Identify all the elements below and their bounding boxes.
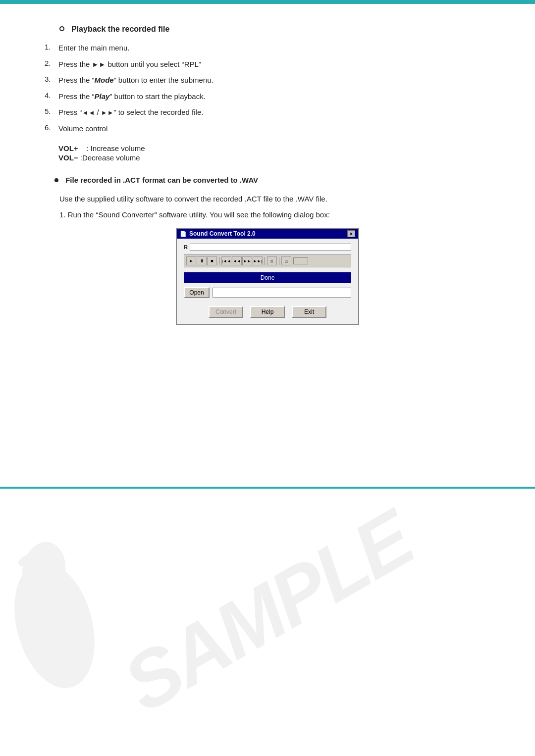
fast-forward-button[interactable]: ►► xyxy=(242,256,252,265)
open-row: Open xyxy=(184,287,351,298)
dialog-app-icon: 📄 xyxy=(180,231,187,237)
vol-plus-line: VOL+ : Increase volume xyxy=(58,144,505,152)
step-3: 3. Press the “Mode” button to enter the … xyxy=(30,75,505,86)
svg-point-0 xyxy=(1,553,107,697)
step-1-text: Enter the main menu. xyxy=(58,43,129,54)
svg-point-2 xyxy=(17,552,39,569)
separator-3 xyxy=(279,257,279,265)
content: Playback the recorded file 1. Enter the … xyxy=(30,25,505,325)
bullet-circle-icon xyxy=(59,26,64,31)
dialog-wrapper: 📄 Sound Convert Tool 2.0 × R ► ⏸ xyxy=(30,228,505,325)
ff-icon: ►► xyxy=(92,60,106,68)
step-4: 4. Press the “Play” button to start the … xyxy=(30,91,505,102)
step-6: 6. Volume control xyxy=(30,123,505,135)
step-1-num: 1. xyxy=(45,43,58,51)
dialog-close-button[interactable]: × xyxy=(347,230,355,237)
watermark-bird-icon xyxy=(0,528,109,716)
description-line1: Use the supplied utility software to con… xyxy=(30,193,505,205)
volume-button[interactable]: ♫ xyxy=(281,256,291,265)
description-line2: 1. Run the “Sound Converter” software ut… xyxy=(30,209,505,221)
rewind-button[interactable]: ◄◄ xyxy=(232,256,242,265)
convert-button[interactable]: Convert xyxy=(209,306,243,318)
dialog-titlebar: 📄 Sound Convert Tool 2.0 × xyxy=(177,229,358,239)
open-button[interactable]: Open xyxy=(184,287,210,298)
vol-minus-label: VOL− xyxy=(58,153,78,162)
page-wrapper: Playback the recorded file 1. Enter the … xyxy=(0,0,535,756)
done-bar: Done xyxy=(184,272,351,283)
step-4-num: 4. xyxy=(45,91,58,100)
step-5: 5. Press “◄◄ / ►►” to select the recorde… xyxy=(30,107,505,118)
stop-button[interactable]: ■ xyxy=(207,256,217,265)
step-2-text: Press the ►► button until you select “RP… xyxy=(58,59,201,70)
step-5-text: Press “◄◄ / ►►” to select the recorded f… xyxy=(58,107,203,118)
bullet-dot-icon xyxy=(54,178,58,182)
dialog-title-area: 📄 Sound Convert Tool 2.0 xyxy=(180,230,256,237)
step-6-text: Volume control xyxy=(58,123,107,135)
vol-plus-label: VOL+ xyxy=(58,144,78,152)
file-path-field[interactable] xyxy=(213,288,351,298)
separator-2 xyxy=(265,257,265,265)
separator-1 xyxy=(219,257,219,265)
watermark: SAMPLE xyxy=(0,566,535,657)
exit-button[interactable]: Exit xyxy=(292,306,326,318)
sound-convert-dialog: 📄 Sound Convert Tool 2.0 × R ► ⏸ xyxy=(176,228,359,325)
volume-slider[interactable] xyxy=(293,257,308,264)
help-button[interactable]: Help xyxy=(250,306,285,318)
step-2-num: 2. xyxy=(45,59,58,67)
vol-minus-line: VOL− :Decrease volume xyxy=(58,153,505,162)
step-6-num: 6. xyxy=(45,123,58,132)
watermark-text: SAMPLE xyxy=(108,493,427,730)
bottom-buttons-row: Convert Help Exit xyxy=(184,304,351,318)
playback-heading-row: Playback the recorded file xyxy=(30,25,505,34)
step-1: 1. Enter the main menu. xyxy=(30,43,505,54)
top-bar xyxy=(0,0,535,4)
volume-section: VOL+ : Increase volume VOL− :Decrease vo… xyxy=(30,144,505,162)
seek-bar[interactable] xyxy=(190,244,351,251)
step-3-text: Press the “Mode” button to enter the sub… xyxy=(58,75,214,86)
transport-row: ► ⏸ ■ |◄◄ ◄◄ ►► ►►| ≡ ♫ xyxy=(184,254,351,267)
seek-row: R xyxy=(184,244,351,251)
skip-forward-button[interactable]: ►►| xyxy=(253,256,263,265)
file-bullet-section: File recorded in .ACT format can be conv… xyxy=(30,176,505,184)
playlist-button[interactable]: ≡ xyxy=(267,256,277,265)
svg-point-1 xyxy=(17,539,70,605)
seek-label: R xyxy=(184,244,188,250)
step-5-num: 5. xyxy=(45,107,58,115)
bottom-bar xyxy=(0,487,535,489)
pause-button[interactable]: ⏸ xyxy=(197,256,207,265)
step-3-num: 3. xyxy=(45,75,58,83)
dialog-body: R ► ⏸ ■ |◄◄ ◄◄ ►► ►►| ≡ xyxy=(177,239,358,324)
file-bullet-text: File recorded in .ACT format can be conv… xyxy=(65,176,258,184)
step-2: 2. Press the ►► button until you select … xyxy=(30,59,505,70)
steps-list: 1. Enter the main menu. 2. Press the ►► … xyxy=(30,43,505,134)
skip-back-button[interactable]: |◄◄ xyxy=(221,256,231,265)
play-button[interactable]: ► xyxy=(186,256,196,265)
step-4-text: Press the “Play” button to start the pla… xyxy=(58,91,206,102)
playback-heading-text: Playback the recorded file xyxy=(71,25,169,34)
dialog-title-text: Sound Convert Tool 2.0 xyxy=(189,230,256,237)
